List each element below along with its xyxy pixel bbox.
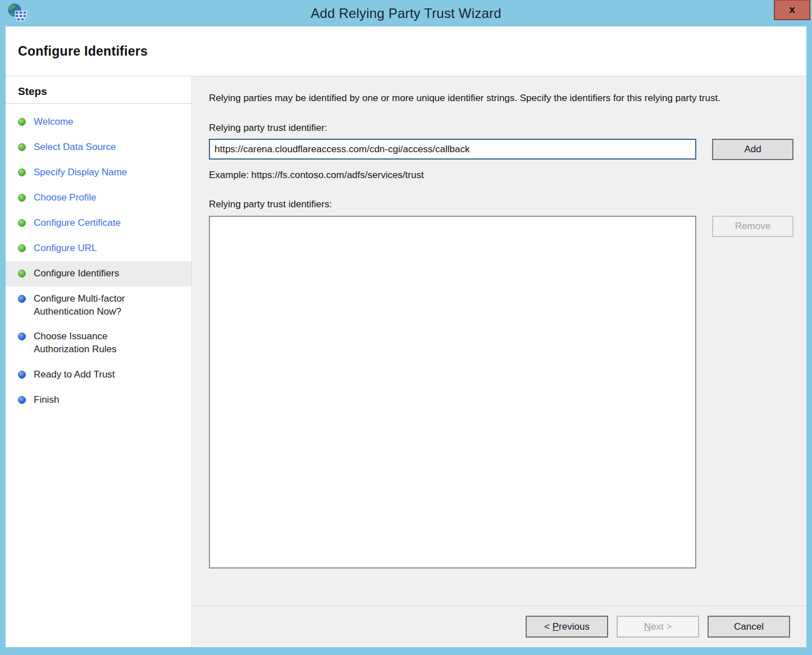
identifier-field-label: Relying party trust identifier: [209, 122, 793, 134]
steps-heading: Steps [6, 83, 191, 104]
title-bar: Add Relying Party Trust Wizard x [0, 0, 812, 26]
window-title: Add Relying Party Trust Wizard [311, 6, 501, 21]
step-label[interactable]: Specify Display Name [34, 166, 127, 179]
steps-sidebar: Steps Welcome Select Data Source Specify… [6, 76, 192, 647]
step-configure-url[interactable]: Configure URL [6, 236, 191, 261]
identifiers-listbox[interactable] [209, 216, 696, 568]
step-label[interactable]: Ready to Add Trust [34, 369, 115, 381]
next-button[interactable]: Next > [617, 616, 699, 638]
step-configure-identifiers-current: Configure Identifiers [6, 261, 191, 286]
step-label: Configure Identifiers [34, 267, 119, 280]
step-label[interactable]: Select Data Source [34, 141, 116, 154]
example-text: Example: https://fs.contoso.com/adfs/ser… [209, 170, 793, 181]
step-label[interactable]: Welcome [34, 116, 74, 129]
step-done-bullet-icon [18, 169, 26, 176]
wizard-window: Add Relying Party Trust Wizard x Configu… [0, 0, 812, 655]
main-pane: Relying parties may be identified by one… [192, 76, 806, 647]
add-button[interactable]: Add [712, 139, 793, 160]
step-label[interactable]: Choose Issuance Authorization Rules [34, 330, 160, 356]
step-specify-display-name[interactable]: Specify Display Name [6, 160, 191, 185]
step-pending-bullet-icon [18, 371, 26, 379]
step-done-bullet-icon [18, 143, 26, 151]
page-title: Configure Identifiers [18, 44, 148, 59]
step-pending-bullet-icon [18, 333, 26, 340]
step-label[interactable]: Configure Certificate [34, 217, 121, 230]
relying-party-identifier-input[interactable] [209, 139, 696, 160]
step-label[interactable]: Configure Multi-factor Authentication No… [34, 293, 160, 319]
close-button[interactable]: x [774, 0, 810, 20]
description-text: Relying parties may be identified by one… [209, 91, 793, 106]
previous-button[interactable]: < Previous [526, 616, 608, 638]
step-label[interactable]: Finish [34, 394, 59, 407]
step-done-bullet-icon [18, 118, 26, 126]
step-done-bullet-icon [18, 194, 26, 202]
wizard-footer: < Previous Next > Cancel [192, 606, 806, 647]
step-configure-certificate[interactable]: Configure Certificate [6, 211, 191, 236]
identifiers-list-label: Relying party trust identifiers: [209, 199, 793, 210]
step-done-bullet-icon [18, 270, 26, 278]
step-done-bullet-icon [18, 244, 26, 252]
main-content: Relying parties may be identified by one… [192, 76, 806, 606]
cancel-button[interactable]: Cancel [708, 616, 790, 638]
step-welcome[interactable]: Welcome [6, 110, 191, 135]
step-label[interactable]: Choose Profile [34, 192, 97, 204]
step-ready-to-add-trust[interactable]: Ready to Add Trust [6, 362, 191, 388]
remove-button[interactable]: Remove [712, 216, 793, 237]
step-done-bullet-icon [18, 219, 26, 227]
step-finish[interactable]: Finish [6, 388, 191, 413]
step-choose-profile[interactable]: Choose Profile [6, 185, 191, 211]
step-choose-issuance-rules[interactable]: Choose Issuance Authorization Rules [6, 324, 191, 362]
step-pending-bullet-icon [18, 396, 26, 404]
adfs-app-icon [7, 3, 27, 24]
step-select-data-source[interactable]: Select Data Source [6, 135, 191, 160]
window-body: Configure Identifiers Steps Welcome Sele… [6, 26, 806, 647]
step-label[interactable]: Configure URL [34, 242, 97, 255]
step-pending-bullet-icon [18, 295, 26, 303]
page-header: Configure Identifiers [6, 26, 806, 76]
step-configure-mfa[interactable]: Configure Multi-factor Authentication No… [6, 286, 191, 325]
